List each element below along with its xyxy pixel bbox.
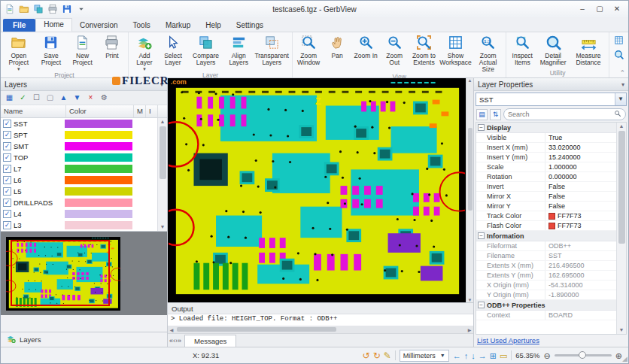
property-row[interactable]: ContextBOARD bbox=[476, 311, 616, 320]
minimize-button[interactable]: – bbox=[574, 3, 591, 16]
property-value[interactable]: -54.314000 bbox=[545, 281, 616, 289]
scrollbar-thumb[interactable] bbox=[160, 126, 166, 179]
property-row[interactable]: Scale1.000000 bbox=[476, 162, 616, 172]
print-button[interactable]: Print bbox=[98, 33, 126, 59]
ribbon-collapse-icon[interactable]: ⌃ bbox=[619, 69, 625, 77]
property-value[interactable]: FF7F73 bbox=[545, 212, 616, 220]
list-used-apertures-link[interactable]: List Used Apertures bbox=[477, 336, 539, 344]
magnifier-shortcut-icon[interactable] bbox=[614, 50, 624, 61]
box-icon[interactable]: ▢ bbox=[45, 93, 55, 102]
grid-icon[interactable]: ⊞ bbox=[490, 351, 497, 360]
measure-distance-button[interactable]: Measure Distance bbox=[570, 33, 607, 66]
new-project-button[interactable]: New Project bbox=[67, 33, 98, 66]
tab-messages[interactable]: Messages bbox=[184, 335, 236, 347]
property-category-odb-properties[interactable]: −ODB++ Properties bbox=[476, 300, 616, 311]
property-row[interactable]: Mirror YFalse bbox=[476, 202, 616, 211]
property-value[interactable]: 15.240000 bbox=[545, 153, 616, 161]
canvas-scrollbar[interactable]: ▲ ▼ bbox=[466, 78, 473, 302]
column-header-m[interactable]: M bbox=[134, 105, 146, 117]
show-workspace-button[interactable]: Show Workspace bbox=[439, 33, 472, 66]
printer-icon[interactable] bbox=[47, 3, 59, 15]
column-header-color[interactable]: Color bbox=[66, 105, 134, 117]
arrow-right-icon[interactable]: → bbox=[479, 351, 487, 360]
sort-alphabetical-button[interactable]: ⇅ bbox=[490, 109, 501, 120]
property-value[interactable]: FF7F73 bbox=[545, 222, 616, 229]
property-row[interactable]: Insert X (mm)33.020000 bbox=[476, 143, 616, 153]
output-horizontal-scrollbar[interactable]: ◀ ▶ bbox=[168, 326, 473, 333]
property-value[interactable]: False bbox=[545, 193, 616, 200]
layer-checkbox[interactable]: ✓ bbox=[3, 221, 11, 229]
close-button[interactable]: ✕ bbox=[609, 3, 625, 16]
property-value[interactable]: True bbox=[545, 134, 616, 141]
scrollbar-thumb[interactable] bbox=[618, 131, 625, 244]
zoom-in-button[interactable]: Zoom In bbox=[351, 33, 380, 59]
property-category-display[interactable]: −Display bbox=[476, 123, 616, 133]
zoom-slider-thumb[interactable] bbox=[579, 351, 586, 359]
layer-row[interactable]: ✓L7 bbox=[1, 163, 157, 174]
overview-thumbnail[interactable]: Z bbox=[6, 237, 120, 311]
edit-icon[interactable]: ✎ bbox=[384, 351, 391, 360]
scroll-up-icon[interactable]: ▲ bbox=[619, 123, 624, 130]
undo-icon[interactable]: ↺ bbox=[363, 351, 370, 360]
last-icon[interactable]: » bbox=[178, 337, 181, 344]
property-row[interactable]: Extents Y (mm)162.695000 bbox=[476, 271, 616, 281]
settings-icon[interactable]: ⚙ bbox=[99, 93, 109, 102]
zoom-in-icon[interactable]: ⊕ bbox=[615, 351, 622, 360]
pcb-canvas[interactable]: Z bbox=[168, 78, 466, 302]
layer-row[interactable]: ✓TOP bbox=[1, 152, 157, 163]
property-row[interactable]: Y Origin (mm)-1.890000 bbox=[476, 290, 616, 300]
column-header-name[interactable]: Name bbox=[1, 105, 66, 117]
tab-help[interactable]: Help bbox=[198, 20, 229, 32]
zoom-window-button[interactable]: Zoom Window bbox=[294, 33, 323, 66]
property-row[interactable]: X Origin (mm)-54.314000 bbox=[476, 281, 616, 290]
tab-settings[interactable]: Settings bbox=[229, 20, 271, 32]
pan-button[interactable]: Pan bbox=[323, 33, 351, 59]
open-folder-icon[interactable] bbox=[18, 3, 30, 15]
arrow-up-icon[interactable]: ↑ bbox=[464, 351, 469, 360]
save-disk-icon[interactable] bbox=[61, 3, 73, 15]
zoom-out-icon[interactable]: ⊖ bbox=[544, 351, 551, 360]
uncheck-icon[interactable]: ☐ bbox=[32, 93, 41, 102]
layer-color-swatch[interactable] bbox=[65, 153, 132, 162]
property-row[interactable]: Flash ColorFF7F73 bbox=[476, 221, 616, 231]
layer-checkbox[interactable]: ✓ bbox=[3, 187, 11, 196]
layer-row[interactable]: ✓L3 bbox=[1, 220, 157, 231]
inspect-items-button[interactable]: Inspect Items bbox=[508, 33, 536, 66]
property-value[interactable]: BOARD bbox=[545, 311, 616, 319]
layer-checkbox[interactable]: ✓ bbox=[3, 142, 11, 150]
scrollbar-thumb[interactable] bbox=[177, 327, 336, 332]
layer-row[interactable]: ✓DRILLPADS bbox=[1, 197, 157, 208]
layer-row[interactable]: ✓L5 bbox=[1, 186, 157, 197]
search-input[interactable] bbox=[508, 111, 614, 118]
search-icon[interactable] bbox=[614, 110, 621, 119]
save-project-button[interactable]: Save Project bbox=[35, 33, 68, 66]
layer-color-swatch[interactable] bbox=[65, 142, 132, 150]
compare-layers-icon[interactable] bbox=[32, 3, 44, 15]
detail-magnifier-button[interactable]: Detail Magnifier bbox=[536, 33, 570, 66]
layer-selector-dropdown[interactable]: SST ▼ bbox=[476, 93, 627, 106]
collapse-icon[interactable]: − bbox=[478, 302, 485, 308]
layer-row[interactable]: ✓L4 bbox=[1, 208, 157, 220]
check-icon[interactable]: ✓ bbox=[18, 93, 28, 102]
zoom-slider[interactable] bbox=[555, 354, 612, 356]
scroll-right-icon[interactable]: ▶ bbox=[466, 327, 473, 332]
property-row[interactable]: Extents X (mm)216.496500 bbox=[476, 261, 616, 271]
property-value[interactable]: -1.890000 bbox=[545, 291, 616, 299]
layer-color-swatch[interactable] bbox=[65, 165, 132, 173]
compare-layers-button[interactable]: Compare Layers bbox=[187, 33, 224, 66]
redo-icon[interactable]: ↻ bbox=[373, 351, 381, 360]
layer-row[interactable]: ✓SST bbox=[1, 118, 157, 129]
layer-checkbox[interactable]: ✓ bbox=[3, 199, 11, 207]
scroll-left-icon[interactable]: ◀ bbox=[168, 327, 175, 332]
chevron-down-icon[interactable]: ▾ bbox=[160, 81, 163, 88]
move-up-icon[interactable]: ▲ bbox=[59, 93, 68, 102]
layer-row[interactable]: ✓SPT bbox=[1, 129, 157, 141]
scroll-down-icon[interactable]: ▼ bbox=[160, 223, 166, 231]
add-layer-button[interactable]: Add Layer▾ bbox=[130, 33, 159, 71]
layer-checkbox[interactable]: ✓ bbox=[3, 153, 11, 162]
dropdown-arrow-icon[interactable]: ▼ bbox=[615, 93, 626, 105]
arrow-left-icon[interactable]: ← bbox=[453, 351, 461, 360]
categorize-button[interactable]: ▤ bbox=[476, 109, 488, 120]
color-swatch[interactable] bbox=[548, 213, 555, 220]
open-project-button[interactable]: Open Project▾ bbox=[2, 33, 35, 71]
